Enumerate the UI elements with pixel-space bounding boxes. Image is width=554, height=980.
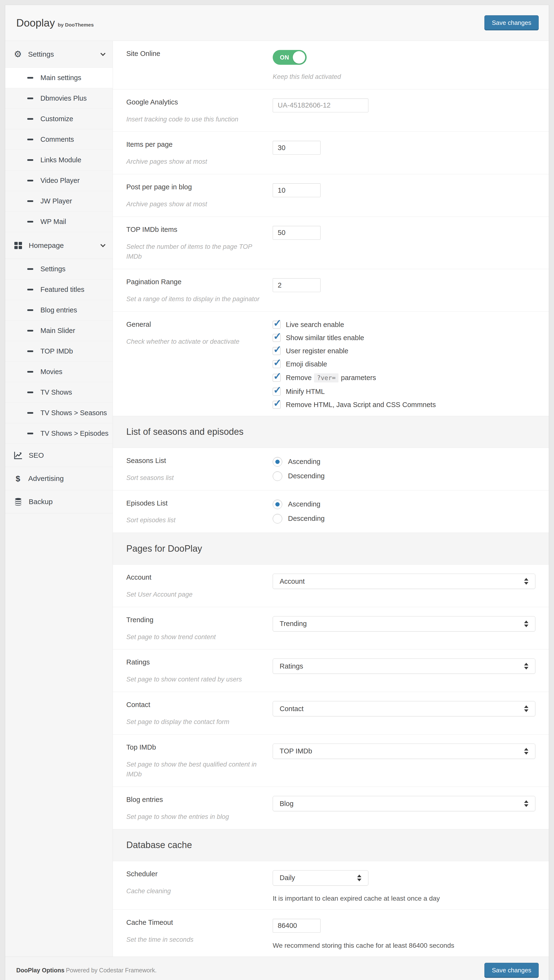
field-description: Set a range of items to display in the p… <box>126 294 260 304</box>
select-value: TOP IMDb <box>279 747 312 755</box>
sidebar-item-main-slider[interactable]: Main Slider <box>5 321 113 341</box>
radio-label: Descending <box>288 515 325 522</box>
sidebar-item-featured-titles[interactable]: Featured titles <box>5 279 113 300</box>
save-changes-button-top[interactable]: Save changes <box>484 15 539 30</box>
top-imdb-page-select[interactable]: TOP IMDb <box>273 744 535 759</box>
blog-entries-row: Blog entries Set page to show the entrie… <box>113 787 549 829</box>
checkbox-label: Remove <box>286 374 312 382</box>
sidebar-item-movies[interactable]: Movies <box>5 362 113 382</box>
sidebar-section-homepage[interactable]: Homepage <box>5 232 113 259</box>
trending-page-select[interactable]: Trending <box>273 616 535 632</box>
sidebar-item-video-player[interactable]: Video Player <box>5 170 113 191</box>
field-label: General <box>126 320 260 329</box>
sidebar-section-backup[interactable]: Backup <box>5 490 113 514</box>
minify-html-checkbox[interactable]: ✓ <box>273 388 281 396</box>
sidebar-item-customize[interactable]: Customize <box>5 109 113 129</box>
save-changes-button-bottom[interactable]: Save changes <box>484 963 539 978</box>
checkbox-label: Minify HTML <box>286 388 325 396</box>
seasons-ascending-radio[interactable] <box>273 457 282 466</box>
options-panel: Dooplayby DooThemes Save changes ⚙ Setti… <box>5 5 549 980</box>
gear-icon: ⚙ <box>14 50 22 59</box>
ratings-page-select[interactable]: Ratings <box>273 659 535 674</box>
similar-titles-checkbox[interactable]: ✓ <box>273 334 281 342</box>
remove-ver-checkbox[interactable]: ✓ <box>273 374 281 382</box>
field-control <box>273 278 535 304</box>
database-icon <box>14 498 22 506</box>
field-info: Scheduler Cache cleaning <box>126 870 273 902</box>
page: Dooplayby DooThemes Save changes ⚙ Setti… <box>0 0 554 980</box>
select-value: Account <box>279 578 305 585</box>
sidebar-item-comments[interactable]: Comments <box>5 129 113 150</box>
field-label: Post per page in blog <box>126 183 260 191</box>
section-title: Database cache <box>126 840 192 850</box>
top-imdb-items-input[interactable] <box>273 226 321 240</box>
field-description: Set page to display the contact form <box>126 717 260 727</box>
field-info: Google Analytics Insert tracking code to… <box>126 98 273 124</box>
select-value: Trending <box>279 620 307 628</box>
radio-label: Ascending <box>288 500 320 508</box>
sidebar-item-wp-mail[interactable]: WP Mail <box>5 212 113 232</box>
code-chip: ?ver= <box>314 373 338 382</box>
sidebar-section-settings[interactable]: ⚙ Settings <box>5 41 113 68</box>
sidebar-item-jw-player[interactable]: JW Player <box>5 191 113 212</box>
field-control: TOP IMDb <box>273 743 535 780</box>
episodes-descending-radio[interactable] <box>273 514 282 523</box>
sidebar-item-homepage-settings[interactable]: Settings <box>5 259 113 279</box>
blog-entries-page-select[interactable]: Blog <box>273 796 535 811</box>
radio-option: Descending <box>273 514 535 523</box>
sidebar-item-tv-shows[interactable]: TV Shows <box>5 382 113 403</box>
site-online-toggle[interactable]: ON <box>273 50 307 65</box>
dash-icon <box>27 138 33 140</box>
account-row: Account Set User Account page Account <box>113 565 549 607</box>
field-description: Set page to show the best qualified cont… <box>126 760 260 780</box>
sidebar-item-tv-shows-seasons[interactable]: TV Shows > Seasons <box>5 403 113 423</box>
check-icon: ✓ <box>273 398 281 408</box>
items-per-page-input[interactable] <box>273 141 321 155</box>
field-label: Scheduler <box>126 870 260 878</box>
field-info: Blog entries Set page to show the entrie… <box>126 795 273 822</box>
pagination-range-input[interactable] <box>273 278 321 292</box>
select-value: Contact <box>279 705 303 713</box>
checkbox-option: ✓ User register enable <box>273 347 535 355</box>
dollar-icon: $ <box>14 474 22 483</box>
sidebar-section-seo[interactable]: SEO <box>5 444 113 467</box>
sidebar-item-label: Settings <box>40 265 65 273</box>
section-header-pages: Pages for DooPlay <box>113 533 549 565</box>
google-analytics-input[interactable] <box>273 99 368 112</box>
scheduler-select[interactable]: Daily <box>273 870 368 886</box>
sidebar-item-blog-entries[interactable]: Blog entries <box>5 300 113 321</box>
sidebar-item-label: Dbmovies Plus <box>40 94 86 102</box>
checkbox-option: ✓ Emoji disable <box>273 360 535 368</box>
field-description: Set page to show the entries in blog <box>126 812 260 822</box>
sidebar-item-top-imdb[interactable]: TOP IMDb <box>5 341 113 362</box>
sidebar-item-dbmovies-plus[interactable]: Dbmovies Plus <box>5 88 113 109</box>
remove-comments-checkbox[interactable]: ✓ <box>273 401 281 409</box>
ratings-row: Ratings Set page to show content rated b… <box>113 649 549 692</box>
field-info: Post per page in blog Archive pages show… <box>126 183 273 209</box>
sidebar-item-main-settings[interactable]: Main settings <box>5 68 113 88</box>
seasons-list-row: Seasons List Sort seasons list Ascending… <box>113 448 549 490</box>
seasons-descending-radio[interactable] <box>273 471 282 481</box>
episodes-list-row: Episodes List Sort episodes list Ascendi… <box>113 490 549 533</box>
sidebar-item-label: Customize <box>40 115 73 123</box>
sidebar-item-label: JW Player <box>40 197 72 205</box>
footer-credit: DooPlay OptionsPowered by Codestar Frame… <box>16 967 156 974</box>
live-search-checkbox[interactable]: ✓ <box>273 321 281 329</box>
google-analytics-row: Google Analytics Insert tracking code to… <box>113 89 549 132</box>
post-per-page-input[interactable] <box>273 183 321 197</box>
account-page-select[interactable]: Account <box>273 574 535 589</box>
sidebar-section-advertising[interactable]: $ Advertising <box>5 467 113 490</box>
sidebar-section-label: Backup <box>29 498 53 506</box>
user-register-checkbox[interactable]: ✓ <box>273 347 281 355</box>
sidebar-item-tv-shows-episodes[interactable]: TV Shows > Episodes <box>5 423 113 444</box>
field-label: Ratings <box>126 658 260 667</box>
sidebar-item-label: TOP IMDb <box>40 347 73 355</box>
field-control: Ascending Descending <box>273 499 535 526</box>
sidebar-item-links-module[interactable]: Links Module <box>5 150 113 170</box>
cache-timeout-input[interactable] <box>273 919 321 933</box>
field-info: Episodes List Sort episodes list <box>126 499 273 526</box>
episodes-ascending-radio[interactable] <box>273 500 282 509</box>
emoji-disable-checkbox[interactable]: ✓ <box>273 360 281 368</box>
sidebar-item-label: WP Mail <box>40 218 66 226</box>
contact-page-select[interactable]: Contact <box>273 701 535 716</box>
